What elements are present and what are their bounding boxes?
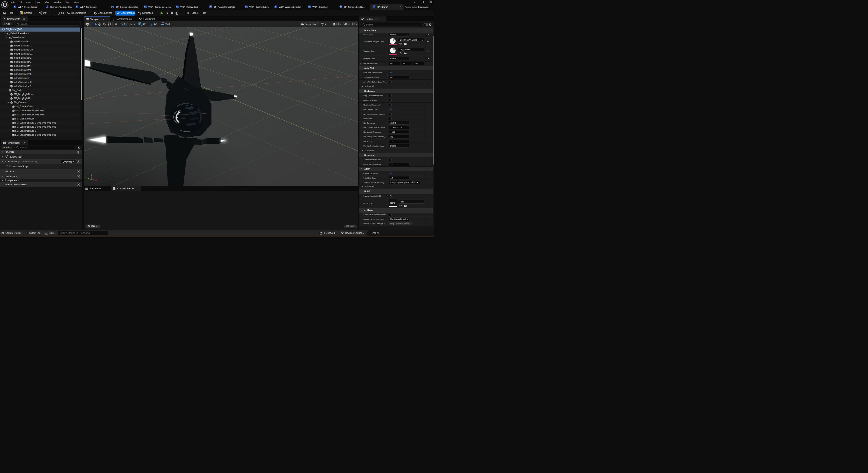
svg-text:?: ? — [22, 12, 23, 14]
svg-text:C: C — [9, 34, 10, 35]
svg-text:*: * — [322, 233, 322, 235]
svg-text:Y: Y — [86, 177, 87, 180]
svg-text:C: C — [10, 38, 11, 39]
svg-text:X: X — [95, 179, 97, 181]
svg-text:Z: Z — [91, 174, 92, 176]
